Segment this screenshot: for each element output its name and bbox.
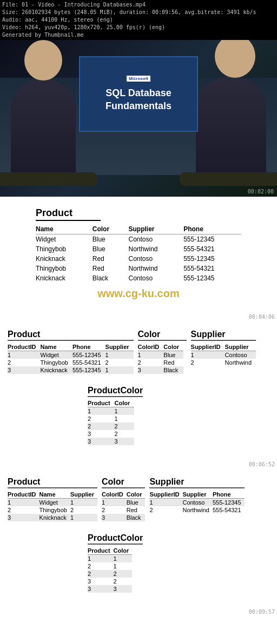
slide3-color-container: Color ColorID Color 1 Blue 2 Red bbox=[102, 477, 145, 521]
cell: 2 bbox=[138, 359, 164, 366]
header: ColorID bbox=[138, 343, 164, 351]
header: Color bbox=[114, 547, 133, 555]
table-row: Widget Blue Contoso 555-12345 bbox=[36, 234, 241, 245]
cell: Blue bbox=[93, 244, 129, 254]
cell: Thingybob bbox=[39, 506, 70, 514]
header: Phone bbox=[213, 491, 245, 499]
cell: Blue bbox=[93, 234, 129, 245]
slide3-supplier-title: Supplier bbox=[149, 477, 244, 488]
cell: 555-12345 bbox=[72, 366, 105, 374]
microsoft-logo: Microsoft bbox=[127, 76, 150, 82]
cell: Knicknack bbox=[36, 273, 93, 283]
slide2-color-container: Color ColorID Color 1 Blue 2 Red bbox=[138, 330, 187, 374]
cell: Red bbox=[93, 264, 129, 273]
slide-box: Microsoft SQL DatabaseFundamentals bbox=[79, 56, 198, 132]
table-row: 2 Northwind bbox=[191, 359, 256, 366]
slide2-color-title: Color bbox=[138, 330, 187, 341]
cell: 3 bbox=[88, 438, 115, 445]
cell: Contoso bbox=[128, 254, 183, 264]
video-info-line4: Video: h264, yuv420p, 1280x720, 25.00 fp… bbox=[2, 24, 275, 31]
slide1-product-table: Name Color Supplier Phone Widget Blue Co… bbox=[36, 224, 241, 283]
slide1-header-name: Name bbox=[36, 224, 93, 234]
header: Supplier bbox=[225, 343, 256, 351]
cell: 3 bbox=[8, 514, 39, 521]
slide2-productcolor-table: Product Color 1 1 2 1 2 2 bbox=[88, 399, 134, 445]
slide2-supplier-title: Supplier bbox=[191, 330, 256, 341]
video-info-bar: File: 01 - Video - Introducing Databases… bbox=[0, 0, 277, 40]
table-row: Knicknack Red Contoso 555-12345 bbox=[36, 254, 241, 264]
slide3-color-title: Color bbox=[102, 477, 145, 488]
cell: 1 bbox=[105, 366, 134, 374]
cell: Northwind bbox=[128, 264, 183, 273]
cell: Knicknack bbox=[39, 514, 70, 521]
timestamp-4: 00:09:57 bbox=[249, 609, 275, 615]
header: SupplierID bbox=[191, 343, 225, 351]
table-row: 3 Knicknack 555-12345 1 bbox=[8, 366, 134, 374]
table-row: 1 Blue bbox=[138, 351, 183, 359]
table-row: 1 Widget 555-12345 1 bbox=[8, 351, 134, 359]
cell: Blue bbox=[163, 351, 183, 359]
slide2-supplier-container: Supplier SupplierID Supplier 1 Contoso 2 bbox=[191, 330, 256, 366]
cell: 555-12345 bbox=[183, 234, 241, 245]
video-info-line3: Audio: aac, 44100 Hz, stereo (eng) bbox=[2, 16, 275, 24]
cell: Contoso bbox=[128, 273, 183, 283]
slide2-supplier-table: SupplierID Supplier 1 Contoso 2 Northwin… bbox=[191, 343, 256, 366]
slide3-bottom-row: ProductColor Product Color 1 1 2 1 bbox=[8, 533, 269, 599]
table-row: 1 Contoso bbox=[191, 351, 256, 359]
slide-section-2: Product ProductID Name Phone Supplier 1 … bbox=[0, 321, 277, 460]
header: Phone bbox=[72, 343, 105, 351]
cell: 1 bbox=[102, 499, 127, 507]
cell: 2 bbox=[88, 422, 115, 430]
cell: 555-54321 bbox=[72, 359, 105, 366]
slide2-product-title: Product bbox=[8, 330, 134, 341]
video-info-line2: Size: 260102934 bytes (248.05 MiB), dura… bbox=[2, 9, 275, 16]
video-frame[interactable]: Microsoft SQL DatabaseFundamentals 00:02… bbox=[0, 40, 277, 197]
cell: 1 bbox=[105, 351, 134, 359]
cell: Red bbox=[127, 506, 146, 514]
table-row: 2 Northwind 555-54321 bbox=[149, 506, 244, 514]
table-row: Thingybob Blue Northwind 555-54321 bbox=[36, 244, 241, 254]
cell: 3 bbox=[138, 366, 164, 374]
table-row: 3 Black bbox=[102, 514, 145, 521]
header: ProductID bbox=[8, 343, 41, 351]
cell: 2 bbox=[191, 359, 225, 366]
cell: Knicknack bbox=[41, 366, 72, 374]
header: SupplierID bbox=[149, 491, 182, 499]
cell: 1 bbox=[70, 499, 97, 507]
cell: 3 bbox=[88, 585, 114, 593]
cell: Widget bbox=[41, 351, 72, 359]
cell: Contoso bbox=[128, 234, 183, 245]
header: Name bbox=[39, 491, 70, 499]
cell: 3 bbox=[88, 578, 114, 585]
slide1-header-supplier: Supplier bbox=[128, 224, 183, 234]
video-timestamp-1: 00:02:00 bbox=[248, 189, 274, 194]
table-row: 3 2 bbox=[88, 430, 134, 438]
cell: 3 bbox=[88, 430, 115, 438]
cell: Knicknack bbox=[36, 254, 93, 264]
cell: 3 bbox=[115, 438, 135, 445]
slide2-productcolor-title: ProductColor bbox=[88, 386, 143, 397]
slide1-header-phone: Phone bbox=[183, 224, 241, 234]
cell: Red bbox=[163, 359, 183, 366]
cell: Black bbox=[93, 273, 129, 283]
cell: 3 bbox=[102, 514, 127, 521]
header: Supplier bbox=[70, 491, 97, 499]
table-row: 1 Contoso 555-12345 bbox=[149, 499, 244, 507]
presenter-left-head bbox=[24, 40, 62, 81]
slide-section-3: Product ProductID Name Supplier 1 Widget… bbox=[0, 468, 277, 608]
table-row: 2 2 bbox=[88, 422, 134, 430]
header: Color bbox=[163, 343, 183, 351]
video-section: File: 01 - Video - Introducing Databases… bbox=[0, 0, 277, 197]
slide3-supplier-container: Supplier SupplierID Supplier Phone 1 Con… bbox=[149, 477, 244, 514]
cell: 555-54321 bbox=[183, 264, 241, 273]
cell: 1 bbox=[115, 415, 135, 422]
slide3-productcolor-table: Product Color 1 1 2 1 2 2 bbox=[88, 547, 132, 593]
cell: 555-12345 bbox=[183, 273, 241, 283]
header: Supplier bbox=[105, 343, 134, 351]
table-row: 3 3 bbox=[88, 585, 132, 593]
cell: Widget bbox=[36, 234, 93, 245]
slide2-productcolor-container: ProductColor Product Color 1 1 2 1 bbox=[88, 386, 143, 445]
cell: 1 bbox=[114, 555, 133, 563]
cell: Black bbox=[127, 514, 146, 521]
table-row: 3 Black bbox=[138, 366, 183, 374]
